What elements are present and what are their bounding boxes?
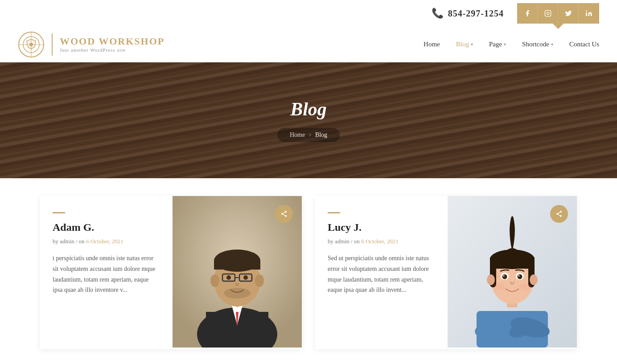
blog-card-lucy: Lucy J. by admin / on 6 October, 2021 Se… <box>315 196 577 349</box>
hero-title: Blog <box>277 98 340 120</box>
svg-rect-0 <box>545 10 551 16</box>
svg-point-11 <box>285 215 287 217</box>
card-meta-adam: by admin / on 6 October, 2021 <box>53 238 160 245</box>
card-excerpt-adam: t perspiciatis unde omnis iste natus err… <box>53 253 160 337</box>
svg-point-50 <box>487 274 495 285</box>
svg-point-55 <box>518 274 522 279</box>
logo-divider <box>52 33 53 56</box>
svg-point-59 <box>520 283 531 290</box>
svg-point-34 <box>560 215 562 217</box>
card-meta-lucy: by admin / on 6 October, 2021 <box>328 238 435 245</box>
linkedin-icon[interactable] <box>579 3 599 24</box>
breadcrumb-current: Blog <box>315 131 327 139</box>
svg-line-36 <box>558 212 560 213</box>
top-bar: 📞 854-297-1254 <box>0 0 617 27</box>
nav-blog[interactable]: Blog ▾ <box>456 41 473 48</box>
svg-point-30 <box>243 275 248 280</box>
share-button-lucy[interactable] <box>550 205 568 223</box>
card-author-lucy: admin <box>335 238 350 245</box>
svg-point-9 <box>285 211 287 213</box>
breadcrumb-separator: > <box>308 132 312 139</box>
blog-section: Adam G. by admin / on 6 October, 2021 t … <box>0 178 617 364</box>
card-title-lucy: Lucy J. <box>328 221 435 233</box>
card-meta-by-adam: by <box>53 238 60 245</box>
blog-chevron: ▾ <box>471 42 473 47</box>
svg-point-57 <box>518 275 520 277</box>
facebook-icon[interactable] <box>517 3 538 24</box>
logo-icon <box>18 31 45 58</box>
nav-shortcode[interactable]: Shortcode ▾ <box>522 41 553 48</box>
svg-line-35 <box>558 214 560 216</box>
card-accent-adam <box>53 212 65 213</box>
card-title-adam: Adam G. <box>53 221 160 233</box>
card-author-adam: admin <box>60 238 74 245</box>
twitter-icon[interactable] <box>558 3 579 24</box>
phone-number: 854-297-1254 <box>448 8 504 19</box>
shortcode-chevron: ▾ <box>551 42 553 47</box>
social-bar <box>517 3 599 24</box>
svg-point-24 <box>210 274 219 287</box>
logo-text-area: WOOD WORKSHOP Just another WordPress sit… <box>60 36 165 52</box>
svg-rect-2 <box>586 12 587 16</box>
breadcrumb-home[interactable]: Home <box>290 131 305 139</box>
svg-point-31 <box>224 288 251 299</box>
main-nav: Home Blog ▾ Page ▾ Shortcode ▾ Contact U… <box>424 41 599 48</box>
page-chevron: ▾ <box>504 42 506 47</box>
svg-point-33 <box>556 213 558 215</box>
blog-card-adam-content: Adam G. by admin / on 6 October, 2021 t … <box>40 196 173 349</box>
svg-point-3 <box>586 10 587 12</box>
svg-line-12 <box>283 214 285 216</box>
svg-rect-23 <box>214 261 260 270</box>
svg-point-29 <box>226 275 231 280</box>
nav-contact-us[interactable]: Contact Us <box>569 41 599 48</box>
svg-line-13 <box>283 212 285 213</box>
logo-title: WOOD WORKSHOP <box>60 36 165 47</box>
instagram-icon[interactable] <box>538 3 558 24</box>
card-accent-lucy <box>328 212 340 213</box>
svg-point-8 <box>29 43 33 46</box>
breadcrumb: Home > Blog <box>277 128 340 142</box>
share-button-adam[interactable] <box>275 205 293 223</box>
blog-grid: Adam G. by admin / on 6 October, 2021 t … <box>40 196 577 349</box>
svg-rect-46 <box>490 258 535 269</box>
blog-card-lucy-content: Lucy J. by admin / on 6 October, 2021 Se… <box>315 196 448 349</box>
logo-area: WOOD WORKSHOP Just another WordPress sit… <box>18 31 424 58</box>
header: WOOD WORKSHOP Just another WordPress sit… <box>0 27 617 62</box>
svg-point-58 <box>494 283 505 290</box>
blog-card-adam: Adam G. by admin / on 6 October, 2021 t … <box>40 196 302 349</box>
card-date-adam: 6 October, 2021 <box>86 238 123 245</box>
nav-home[interactable]: Home <box>424 41 440 48</box>
svg-point-25 <box>255 274 264 287</box>
svg-point-10 <box>281 213 283 215</box>
card-date-lucy: 6 October, 2021 <box>361 238 399 245</box>
phone-icon: 📞 <box>432 8 444 19</box>
card-meta-by-lucy: by <box>328 238 335 245</box>
svg-point-54 <box>502 274 507 279</box>
nav-page[interactable]: Page ▾ <box>489 41 506 48</box>
hero-content: Blog Home > Blog <box>277 98 340 142</box>
hero-section: Blog Home > Blog <box>0 62 617 178</box>
svg-point-51 <box>530 274 538 285</box>
svg-point-56 <box>503 275 505 277</box>
card-meta-on-adam: / on <box>76 238 86 245</box>
logo-tagline: Just another WordPress site <box>60 47 165 53</box>
phone-area: 📞 854-297-1254 <box>432 8 504 19</box>
card-meta-on-lucy: / on <box>351 238 361 245</box>
svg-point-32 <box>560 211 562 213</box>
card-excerpt-lucy: Sed ut perspiciatis unde omnis iste natu… <box>328 253 435 337</box>
